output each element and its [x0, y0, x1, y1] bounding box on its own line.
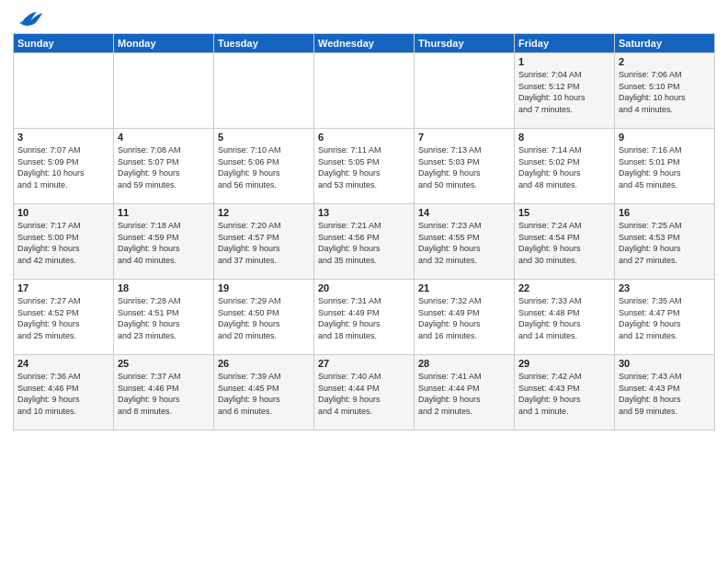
day-info: Sunrise: 7:08 AM Sunset: 5:07 PM Dayligh… — [118, 144, 210, 190]
day-info: Sunrise: 7:43 AM Sunset: 4:43 PM Dayligh… — [619, 371, 711, 417]
day-info: Sunrise: 7:17 AM Sunset: 5:00 PM Dayligh… — [17, 220, 109, 266]
calendar-body: 1Sunrise: 7:04 AM Sunset: 5:12 PM Daylig… — [14, 53, 715, 431]
day-info: Sunrise: 7:40 AM Sunset: 4:44 PM Dayligh… — [318, 371, 410, 417]
weekday-sunday: Sunday — [14, 34, 114, 53]
day-info: Sunrise: 7:36 AM Sunset: 4:46 PM Dayligh… — [17, 371, 109, 417]
day-info: Sunrise: 7:42 AM Sunset: 4:43 PM Dayligh… — [518, 371, 610, 417]
day-info: Sunrise: 7:06 AM Sunset: 5:10 PM Dayligh… — [619, 69, 711, 115]
day-info: Sunrise: 7:24 AM Sunset: 4:54 PM Dayligh… — [518, 220, 610, 266]
day-number: 4 — [118, 132, 210, 143]
day-number: 1 — [518, 56, 610, 67]
day-number: 25 — [118, 358, 210, 369]
day-info: Sunrise: 7:04 AM Sunset: 5:12 PM Dayligh… — [518, 69, 610, 115]
calendar-cell-w4d1: 18Sunrise: 7:28 AM Sunset: 4:51 PM Dayli… — [114, 280, 214, 355]
day-number: 7 — [418, 132, 510, 143]
calendar-cell-w5d6: 30Sunrise: 7:43 AM Sunset: 4:43 PM Dayli… — [615, 355, 715, 431]
calendar-cell-w3d1: 11Sunrise: 7:18 AM Sunset: 4:59 PM Dayli… — [114, 204, 214, 280]
day-number: 20 — [318, 282, 410, 293]
calendar-cell-w5d1: 25Sunrise: 7:37 AM Sunset: 4:46 PM Dayli… — [114, 355, 214, 431]
day-info: Sunrise: 7:29 AM Sunset: 4:50 PM Dayligh… — [218, 295, 310, 341]
day-number: 22 — [518, 282, 610, 293]
calendar-cell-w2d3: 6Sunrise: 7:11 AM Sunset: 5:05 PM Daylig… — [314, 129, 415, 204]
day-info: Sunrise: 7:35 AM Sunset: 4:47 PM Dayligh… — [619, 295, 711, 341]
day-info: Sunrise: 7:41 AM Sunset: 4:44 PM Dayligh… — [418, 371, 510, 417]
calendar-cell-w3d2: 12Sunrise: 7:20 AM Sunset: 4:57 PM Dayli… — [214, 204, 314, 280]
weekday-saturday: Saturday — [615, 34, 715, 53]
calendar-cell-w5d3: 27Sunrise: 7:40 AM Sunset: 4:44 PM Dayli… — [314, 355, 415, 431]
week-row-3: 10Sunrise: 7:17 AM Sunset: 5:00 PM Dayli… — [14, 204, 715, 280]
calendar-cell-w4d4: 21Sunrise: 7:32 AM Sunset: 4:49 PM Dayli… — [415, 280, 515, 355]
day-number: 3 — [17, 132, 109, 143]
logo-bird-icon — [13, 7, 46, 28]
calendar-cell-w3d6: 16Sunrise: 7:25 AM Sunset: 4:53 PM Dayli… — [615, 204, 715, 280]
calendar-cell-w3d3: 13Sunrise: 7:21 AM Sunset: 4:56 PM Dayli… — [314, 204, 415, 280]
day-number: 11 — [118, 207, 210, 218]
calendar-cell-w2d6: 9Sunrise: 7:16 AM Sunset: 5:01 PM Daylig… — [615, 129, 715, 204]
weekday-wednesday: Wednesday — [314, 34, 415, 53]
weekday-tuesday: Tuesday — [214, 34, 314, 53]
calendar-cell-w1d5: 1Sunrise: 7:04 AM Sunset: 5:12 PM Daylig… — [515, 53, 615, 129]
logo — [13, 9, 48, 28]
calendar-cell-w5d4: 28Sunrise: 7:41 AM Sunset: 4:44 PM Dayli… — [415, 355, 515, 431]
calendar-cell-w3d4: 14Sunrise: 7:23 AM Sunset: 4:55 PM Dayli… — [415, 204, 515, 280]
day-number: 17 — [17, 282, 109, 293]
week-row-4: 17Sunrise: 7:27 AM Sunset: 4:52 PM Dayli… — [14, 280, 715, 355]
day-number: 28 — [418, 358, 510, 369]
page-header — [13, 9, 715, 28]
day-number: 14 — [418, 207, 510, 218]
day-number: 9 — [619, 132, 711, 143]
day-number: 13 — [318, 207, 410, 218]
day-number: 27 — [318, 358, 410, 369]
day-number: 23 — [619, 282, 711, 293]
day-info: Sunrise: 7:11 AM Sunset: 5:05 PM Dayligh… — [318, 144, 410, 190]
calendar-cell-w5d0: 24Sunrise: 7:36 AM Sunset: 4:46 PM Dayli… — [14, 355, 114, 431]
day-info: Sunrise: 7:16 AM Sunset: 5:01 PM Dayligh… — [619, 144, 711, 190]
day-number: 12 — [218, 207, 310, 218]
calendar-cell-w2d5: 8Sunrise: 7:14 AM Sunset: 5:02 PM Daylig… — [515, 129, 615, 204]
day-info: Sunrise: 7:10 AM Sunset: 5:06 PM Dayligh… — [218, 144, 310, 190]
day-number: 26 — [218, 358, 310, 369]
calendar-cell-w5d5: 29Sunrise: 7:42 AM Sunset: 4:43 PM Dayli… — [515, 355, 615, 431]
day-info: Sunrise: 7:28 AM Sunset: 4:51 PM Dayligh… — [118, 295, 210, 341]
day-info: Sunrise: 7:27 AM Sunset: 4:52 PM Dayligh… — [17, 295, 109, 341]
day-info: Sunrise: 7:21 AM Sunset: 4:56 PM Dayligh… — [318, 220, 410, 266]
day-number: 15 — [518, 207, 610, 218]
day-number: 16 — [619, 207, 711, 218]
day-info: Sunrise: 7:07 AM Sunset: 5:09 PM Dayligh… — [17, 144, 109, 190]
day-number: 10 — [17, 207, 109, 218]
day-info: Sunrise: 7:39 AM Sunset: 4:45 PM Dayligh… — [218, 371, 310, 417]
day-info: Sunrise: 7:20 AM Sunset: 4:57 PM Dayligh… — [218, 220, 310, 266]
day-number: 18 — [118, 282, 210, 293]
calendar-cell-w1d4 — [415, 53, 515, 129]
calendar-cell-w2d1: 4Sunrise: 7:08 AM Sunset: 5:07 PM Daylig… — [114, 129, 214, 204]
day-info: Sunrise: 7:32 AM Sunset: 4:49 PM Dayligh… — [418, 295, 510, 341]
day-number: 5 — [218, 132, 310, 143]
week-row-1: 1Sunrise: 7:04 AM Sunset: 5:12 PM Daylig… — [14, 53, 715, 129]
calendar-cell-w2d2: 5Sunrise: 7:10 AM Sunset: 5:06 PM Daylig… — [214, 129, 314, 204]
weekday-row: SundayMondayTuesdayWednesdayThursdayFrid… — [14, 34, 715, 53]
calendar-cell-w4d5: 22Sunrise: 7:33 AM Sunset: 4:48 PM Dayli… — [515, 280, 615, 355]
calendar-cell-w5d2: 26Sunrise: 7:39 AM Sunset: 4:45 PM Dayli… — [214, 355, 314, 431]
day-number: 24 — [17, 358, 109, 369]
day-number: 6 — [318, 132, 410, 143]
weekday-friday: Friday — [515, 34, 615, 53]
day-info: Sunrise: 7:23 AM Sunset: 4:55 PM Dayligh… — [418, 220, 510, 266]
day-info: Sunrise: 7:13 AM Sunset: 5:03 PM Dayligh… — [418, 144, 510, 190]
day-info: Sunrise: 7:33 AM Sunset: 4:48 PM Dayligh… — [518, 295, 610, 341]
week-row-2: 3Sunrise: 7:07 AM Sunset: 5:09 PM Daylig… — [14, 129, 715, 204]
calendar-cell-w3d0: 10Sunrise: 7:17 AM Sunset: 5:00 PM Dayli… — [14, 204, 114, 280]
day-info: Sunrise: 7:25 AM Sunset: 4:53 PM Dayligh… — [619, 220, 711, 266]
day-number: 2 — [619, 56, 711, 67]
calendar-cell-w4d6: 23Sunrise: 7:35 AM Sunset: 4:47 PM Dayli… — [615, 280, 715, 355]
day-info: Sunrise: 7:37 AM Sunset: 4:46 PM Dayligh… — [118, 371, 210, 417]
weekday-monday: Monday — [114, 34, 214, 53]
calendar-table: SundayMondayTuesdayWednesdayThursdayFrid… — [13, 33, 715, 431]
weekday-thursday: Thursday — [415, 34, 515, 53]
day-number: 19 — [218, 282, 310, 293]
calendar-cell-w4d2: 19Sunrise: 7:29 AM Sunset: 4:50 PM Dayli… — [214, 280, 314, 355]
calendar-cell-w4d0: 17Sunrise: 7:27 AM Sunset: 4:52 PM Dayli… — [14, 280, 114, 355]
calendar-cell-w1d2 — [214, 53, 314, 129]
day-info: Sunrise: 7:14 AM Sunset: 5:02 PM Dayligh… — [518, 144, 610, 190]
week-row-5: 24Sunrise: 7:36 AM Sunset: 4:46 PM Dayli… — [14, 355, 715, 431]
day-info: Sunrise: 7:18 AM Sunset: 4:59 PM Dayligh… — [118, 220, 210, 266]
